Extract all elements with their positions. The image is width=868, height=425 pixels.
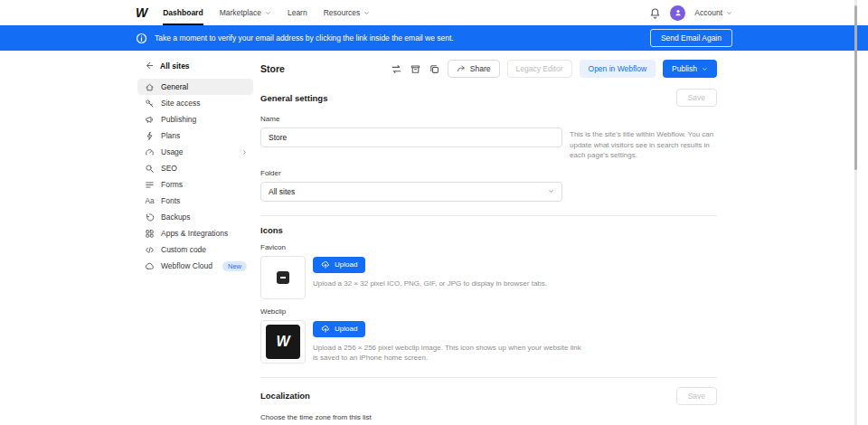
section-divider — [260, 215, 717, 216]
webclip-label: Webclip — [260, 307, 717, 316]
webflow-w-logo: W — [266, 325, 300, 359]
bolt-icon — [145, 131, 155, 141]
name-help-text: This is the site's title within Webflow.… — [570, 128, 717, 161]
localization-heading: Localization — [260, 391, 310, 401]
sidebar-item-plans[interactable]: Plans — [137, 128, 253, 144]
settings-main: Store Share Legacy Editor Open in Webflo… — [253, 56, 732, 425]
duplicate-icon[interactable] — [429, 63, 440, 75]
nav-marketplace[interactable]: Marketplace — [220, 0, 271, 25]
code-icon — [145, 245, 155, 255]
legacy-editor-button[interactable]: Legacy Editor — [507, 60, 572, 78]
bell-icon[interactable] — [649, 7, 661, 19]
arrow-left-icon — [144, 61, 154, 71]
new-badge: New — [222, 261, 247, 271]
sidebar-item-apps-integrations[interactable]: Apps & Integrations — [137, 225, 253, 241]
form-lines-icon — [145, 180, 155, 190]
chevron-down-icon — [702, 66, 708, 72]
icons-heading: Icons — [260, 225, 283, 235]
site-title: Store — [260, 63, 285, 74]
upload-cloud-icon — [321, 260, 330, 269]
webflow-logo[interactable]: W — [136, 0, 146, 25]
localization-save-button[interactable]: Save — [676, 387, 717, 405]
history-icon — [145, 212, 155, 222]
publish-button[interactable]: Publish — [663, 60, 717, 78]
share-arrow-icon — [457, 64, 466, 73]
cloud-icon — [145, 261, 155, 271]
sidebar-item-general[interactable]: General — [137, 79, 253, 95]
folder-select[interactable]: All sites — [260, 182, 562, 202]
favicon-help-text: Upload a 32 × 32 pixel ICO, PNG, GIF, or… — [313, 279, 547, 289]
key-icon — [145, 99, 155, 109]
sidebar-item-custom-code[interactable]: Custom code — [137, 241, 253, 258]
folder-label: Folder — [260, 169, 717, 177]
sidebar-item-webflow-cloud[interactable]: Webflow Cloud New — [137, 258, 253, 274]
gauge-icon — [145, 147, 155, 157]
email-verify-banner: Take a moment to verify your email addre… — [0, 25, 868, 51]
archive-icon[interactable] — [410, 63, 421, 75]
person-icon — [674, 8, 683, 17]
account-avatar[interactable] — [670, 5, 685, 21]
upload-cloud-icon — [321, 325, 330, 334]
nav-learn[interactable]: Learn — [288, 0, 307, 25]
nav-dashboard[interactable]: Dashboard — [163, 0, 203, 25]
fonts-icon: Aa — [145, 196, 155, 206]
transfer-site-icon[interactable] — [391, 63, 402, 75]
default-favicon-icon — [277, 271, 289, 284]
chevron-down-icon — [363, 10, 370, 16]
search-icon — [145, 164, 155, 174]
chevron-down-icon — [726, 10, 732, 16]
megaphone-icon — [145, 115, 155, 125]
page-scrollbar-thumb[interactable] — [854, 5, 857, 170]
chevron-down-icon — [548, 188, 554, 194]
favicon-preview — [260, 256, 306, 299]
sidebar-item-seo[interactable]: SEO — [137, 160, 253, 176]
open-in-webflow-button[interactable]: Open in Webflow — [580, 60, 656, 78]
section-divider — [260, 377, 717, 378]
sidebar-item-backups[interactable]: Backups — [137, 209, 253, 225]
timezone-label: Choose the time zone from this list — [260, 413, 717, 421]
top-nav: W Dashboard Marketplace Learn Resources — [0, 0, 868, 25]
svg-text:Aa: Aa — [145, 197, 155, 205]
share-button[interactable]: Share — [448, 60, 500, 78]
sidebar-item-site-access[interactable]: Site access — [137, 95, 253, 111]
webclip-upload-button[interactable]: Upload — [313, 321, 365, 337]
general-settings-heading: General settings — [260, 93, 327, 103]
chevron-down-icon — [265, 10, 271, 16]
nav-resources[interactable]: Resources — [324, 0, 371, 25]
apps-grid-icon — [145, 229, 155, 239]
settings-sidebar: All sites General Site access Publishing — [136, 56, 253, 425]
back-to-all-sites[interactable]: All sites — [136, 56, 253, 79]
sidebar-item-fonts[interactable]: Aa Fonts — [137, 193, 253, 209]
sidebar-item-usage[interactable]: Usage — [137, 144, 253, 160]
site-name-input[interactable] — [260, 128, 562, 147]
banner-message: Take a moment to verify your email addre… — [155, 33, 454, 42]
info-icon — [136, 33, 147, 44]
name-label: Name — [260, 115, 717, 123]
general-save-button[interactable]: Save — [676, 89, 717, 107]
webclip-preview: W — [260, 320, 306, 364]
send-email-again-button[interactable]: Send Email Again — [650, 29, 732, 47]
webclip-help-text: Upload a 256 × 256 pixel webclip image. … — [313, 343, 584, 364]
account-menu[interactable]: Account — [694, 8, 732, 17]
chevron-right-icon — [241, 149, 248, 156]
favicon-upload-button[interactable]: Upload — [313, 257, 365, 273]
home-icon — [145, 82, 155, 92]
sidebar-item-forms[interactable]: Forms — [137, 176, 253, 193]
sidebar-item-publishing[interactable]: Publishing — [137, 111, 253, 128]
favicon-label: Favicon — [260, 243, 717, 251]
